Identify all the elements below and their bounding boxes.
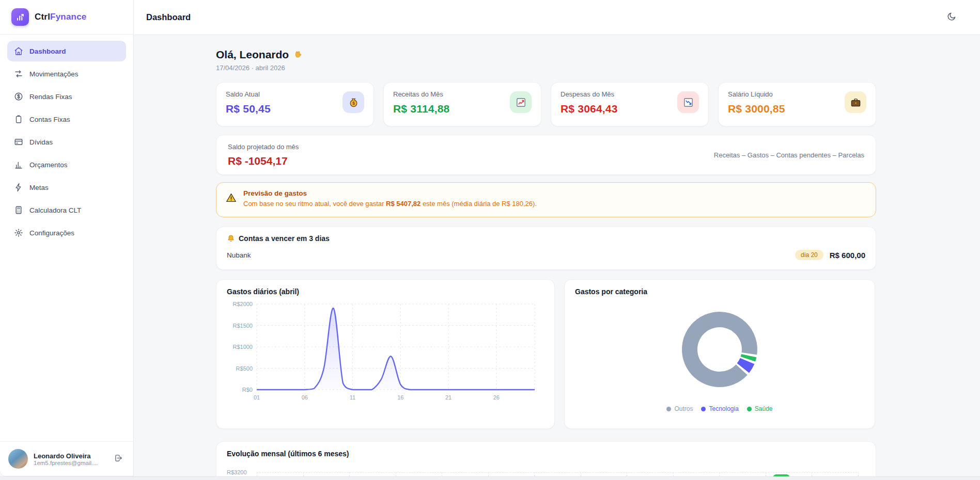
- svg-text:R$500: R$500: [236, 365, 253, 372]
- svg-text:$: $: [352, 101, 355, 105]
- svg-text:06: 06: [302, 394, 308, 401]
- logout-icon: [114, 454, 123, 462]
- stat-icon-chip: [677, 91, 699, 113]
- forecast-title: Previsão de gastos: [243, 189, 537, 197]
- sidebar-item-movimenta-es[interactable]: Movimentações: [7, 63, 126, 84]
- sidebar-nav: Dashboard Movimentações Rendas Fixas Con…: [0, 35, 133, 441]
- gear-icon: [14, 228, 23, 237]
- home-icon: [14, 46, 23, 56]
- stat-label: Despesas do Mês: [561, 90, 618, 98]
- sidebar-item-label: Dívidas: [29, 138, 53, 146]
- svg-text:26: 26: [493, 394, 500, 401]
- svg-text:01: 01: [254, 394, 260, 401]
- stat-value: R$ 3064,43: [561, 103, 618, 115]
- stat-icon-chip: [845, 91, 866, 113]
- money-bag-icon: $: [348, 97, 360, 108]
- avatar: [8, 449, 28, 469]
- daily-expenses-line-chart: R$0R$500R$1000R$1500R$2000010611162126: [227, 296, 545, 414]
- legend-item-outros[interactable]: Outros: [666, 405, 693, 412]
- svg-text:21: 21: [445, 394, 452, 401]
- svg-text:R$0: R$0: [242, 387, 253, 393]
- bill-name: Nubank: [227, 251, 251, 259]
- stat-value: R$ 3000,85: [728, 103, 785, 115]
- sidebar-item-or-amentos[interactable]: Orçamentos: [7, 154, 126, 175]
- legend-item-tecnologia[interactable]: Tecnologia: [701, 405, 738, 412]
- main-area: Dashboard Olá, Leonardo 17/04/2026 · abr…: [134, 0, 980, 480]
- projected-formula: Receitas – Gastos – Contas pendentes – P…: [714, 151, 864, 159]
- stat-card-0: Saldo AtualR$ 50,45$: [216, 82, 374, 126]
- brand-suffix: Fynance: [50, 12, 86, 22]
- category-chart-title: Gastos por categoria: [575, 287, 647, 296]
- forecast-amount: R$ 5407,82: [386, 200, 421, 207]
- legend-label: Saúde: [755, 405, 773, 412]
- brand-name: CtrlFynance: [35, 12, 86, 22]
- daily-chart-title: Gastos diários (abril): [227, 287, 544, 296]
- stats-row: Saldo AtualR$ 50,45$Receitas do MêsR$ 31…: [216, 82, 876, 126]
- projected-balance-card: Saldo projetado do mês R$ -1054,17 Recei…: [216, 135, 876, 175]
- brand-prefix: Ctrl: [35, 12, 50, 22]
- user-name: Leonardo Oliveira: [34, 452, 106, 460]
- dashboard-content: Olá, Leonardo 17/04/2026 · abril 2026 Sa…: [134, 35, 980, 480]
- user-footer[interactable]: Leonardo Oliveira 1em5.fprestes@gmail...…: [0, 441, 133, 476]
- sidebar-item-configura-es[interactable]: Configurações: [7, 222, 126, 243]
- category-donut-chart: [668, 300, 771, 401]
- forecast-text: Com base no seu ritmo atual, você deve g…: [243, 200, 537, 207]
- greeting-title: Olá, Leonardo: [216, 49, 289, 61]
- topbar: Dashboard: [134, 0, 980, 35]
- moon-icon: [946, 12, 956, 22]
- legend-item-saúde[interactable]: Saúde: [747, 405, 773, 412]
- stat-icon-chip: [510, 91, 532, 113]
- monthly-y-tick: R$3200: [227, 469, 247, 475]
- horizontal-scrollbar[interactable]: [0, 476, 980, 480]
- stat-label: Receitas do Mês: [393, 90, 449, 98]
- sidebar-item-label: Metas: [29, 184, 49, 191]
- svg-text:R$1500: R$1500: [232, 323, 253, 329]
- legend-dot: [666, 407, 671, 411]
- charts-row: Gastos diários (abril) R$0R$500R$1000R$1…: [216, 279, 876, 429]
- arrows-icon: [14, 69, 23, 78]
- svg-text:11: 11: [350, 394, 355, 401]
- sidebar-item-rendas-fixas[interactable]: Rendas Fixas: [7, 86, 126, 107]
- brand-logo-icon: [11, 8, 29, 26]
- svg-text:R$1000: R$1000: [232, 344, 253, 350]
- stat-card-3: Salário LíquidoR$ 3000,85: [718, 82, 876, 126]
- stat-label: Saldo Atual: [226, 90, 271, 98]
- sidebar-item-calculadora-clt[interactable]: Calculadora CLT: [7, 200, 126, 220]
- stat-label: Salário Líquido: [728, 90, 785, 98]
- chart-icon: [14, 160, 23, 169]
- sidebar-item-metas[interactable]: Metas: [7, 177, 126, 198]
- sidebar-item-label: Contas Fixas: [29, 116, 70, 123]
- sidebar-item-label: Orçamentos: [29, 161, 68, 169]
- sidebar-item-label: Dashboard: [29, 47, 66, 55]
- sidebar-item-dashboard[interactable]: Dashboard: [7, 41, 126, 61]
- category-chart-card: Gastos por categoria OutrosTecnologiaSaú…: [564, 279, 875, 429]
- greeting-date: 17/04/2026 · abril 2026: [216, 64, 876, 72]
- app-root: CtrlFynance Dashboard Movimentações Rend…: [0, 0, 980, 480]
- svg-text:R$2000: R$2000: [232, 301, 253, 307]
- user-email: 1em5.fprestes@gmail....: [34, 460, 101, 466]
- gridline: [257, 472, 857, 473]
- donut-legend: OutrosTecnologiaSaúde: [666, 405, 772, 412]
- daily-expenses-chart-card: Gastos diários (abril) R$0R$500R$1000R$1…: [216, 279, 555, 429]
- projected-value: R$ -1054,17: [228, 155, 299, 167]
- theme-toggle-button[interactable]: [943, 9, 959, 26]
- chart-down-icon: [682, 97, 694, 108]
- chart-up-icon: [515, 97, 527, 108]
- bill-value: R$ 600,00: [830, 251, 865, 260]
- upcoming-bills-card: Contas a vencer em 3 dias Nubankdia 20R$…: [216, 227, 876, 270]
- stat-card-2: Despesas do MêsR$ 3064,43: [551, 82, 709, 126]
- sidebar-item-d-vidas[interactable]: Dívidas: [7, 132, 126, 152]
- bell-icon: [227, 234, 235, 243]
- stat-value: R$ 3114,88: [393, 103, 449, 115]
- logout-button[interactable]: [112, 452, 125, 466]
- bill-row: Nubankdia 20R$ 600,00: [227, 250, 865, 260]
- stat-value: R$ 50,45: [226, 103, 271, 115]
- sidebar-item-contas-fixas[interactable]: Contas Fixas: [7, 109, 126, 130]
- sidebar-item-label: Calculadora CLT: [29, 206, 81, 214]
- calc-icon: [14, 205, 23, 215]
- clipboard-icon: [14, 115, 23, 124]
- monthly-chart-title: Evolução mensal (últimos 6 meses): [227, 450, 865, 458]
- legend-dot: [701, 407, 706, 411]
- card-icon: [14, 137, 23, 147]
- legend-dot: [747, 407, 752, 411]
